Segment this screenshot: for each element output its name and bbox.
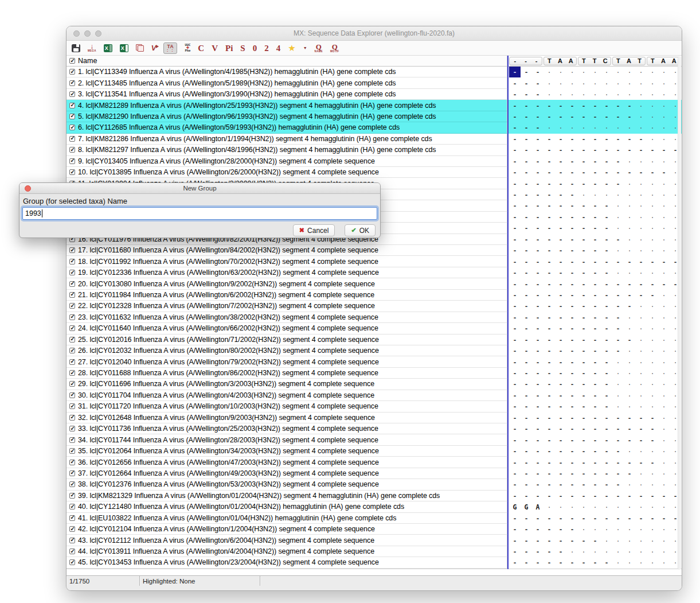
sequence-cell[interactable]: .	[658, 122, 670, 132]
sequence-cell[interactable]: -	[566, 356, 578, 367]
row-checkbox[interactable]	[69, 114, 75, 119]
sequence-cell[interactable]: .	[658, 468, 670, 478]
row-checkbox[interactable]	[69, 426, 75, 431]
singleton-sites-button[interactable]: S	[240, 41, 245, 55]
sequence-cell[interactable]: -	[543, 245, 555, 256]
sequence-cell[interactable]: -	[521, 457, 532, 468]
sequence-cell[interactable]: -	[647, 167, 658, 178]
sequence-cell[interactable]: -	[566, 513, 578, 524]
table-row[interactable]: 19. lcl|CY012336 Influenza A virus (A/We…	[67, 267, 682, 278]
row-checkbox[interactable]	[69, 147, 75, 153]
sequence-cell[interactable]: .	[658, 434, 670, 444]
sequence-cell[interactable]: -	[566, 479, 578, 490]
sequence-cell[interactable]: .	[624, 345, 635, 355]
sequence-cell[interactable]: -	[521, 479, 532, 490]
sequence-cell[interactable]: -	[612, 413, 624, 423]
table-row[interactable]: 17. lcl|CY011680 Influenza A virus (A/We…	[67, 245, 682, 256]
sequence-cell[interactable]: -	[566, 468, 578, 479]
sequence-cell[interactable]: -	[566, 134, 578, 145]
sequence-cell[interactable]: -	[589, 491, 601, 501]
minimize-window-button[interactable]	[84, 30, 91, 37]
sequence-cell[interactable]: .	[635, 379, 647, 388]
sequence-cell[interactable]: -	[658, 145, 670, 155]
row-checkbox[interactable]	[69, 504, 75, 509]
sequence-cell[interactable]: -	[532, 423, 543, 434]
sequence-cell[interactable]: -	[543, 134, 555, 145]
sequence-cell[interactable]: -	[566, 434, 578, 445]
sequence-cell[interactable]: -	[658, 256, 670, 267]
row-checkbox[interactable]	[69, 314, 75, 320]
sequence-cell[interactable]: -	[589, 223, 601, 234]
sequence-cell[interactable]: -	[589, 100, 601, 111]
sequence-cell[interactable]: -	[624, 334, 635, 345]
sequence-cell[interactable]: -	[578, 491, 589, 501]
sequence-cell[interactable]: -	[543, 401, 555, 412]
sequence-cell[interactable]: -	[555, 189, 566, 200]
highlight-flag-button[interactable]: V	[151, 41, 157, 55]
sequence-cell[interactable]: .	[578, 524, 589, 534]
table-row[interactable]: 6. lcl|CY112685 Influenza A virus (A/Wel…	[67, 122, 682, 133]
sequence-cell[interactable]: -	[566, 156, 578, 167]
sequence-cell[interactable]: -	[543, 178, 555, 189]
sequence-cell[interactable]: -	[543, 267, 555, 278]
sequence-cell[interactable]: -	[509, 323, 521, 334]
sequence-cell[interactable]: -	[578, 323, 589, 334]
sequence-cell[interactable]: -	[566, 413, 578, 423]
table-row[interactable]: 23. lcl|CY011632 Influenza A virus (A/We…	[67, 312, 682, 323]
sequence-cell[interactable]: -	[532, 524, 543, 535]
sequence-cell[interactable]: -	[509, 134, 521, 145]
sequence-cell[interactable]: -	[521, 468, 532, 479]
sequence-cell[interactable]: .	[601, 122, 612, 132]
sequence-cell[interactable]: .	[647, 334, 658, 344]
sequence-cell[interactable]: -	[601, 267, 612, 278]
row-checkbox[interactable]	[69, 259, 75, 264]
sequence-cell[interactable]: -	[601, 413, 612, 423]
sequence-cell[interactable]: .	[578, 122, 589, 132]
sequence-cell[interactable]: -	[612, 446, 624, 457]
sequence-cell[interactable]: -	[566, 368, 578, 379]
sequence-cell[interactable]: -	[543, 145, 555, 155]
sequence-cell[interactable]: -	[601, 256, 612, 267]
variable-sites-button[interactable]: V	[212, 41, 218, 55]
sequence-cell[interactable]: -	[555, 434, 566, 445]
sequence-cell[interactable]: .	[566, 77, 578, 87]
row-checkbox[interactable]	[69, 370, 75, 376]
sequence-cell[interactable]: -	[578, 479, 589, 490]
table-row[interactable]: 4. lcl|KM821289 Influenza A virus (A/Wel…	[67, 100, 682, 111]
sequence-cell[interactable]: -	[566, 345, 578, 356]
sequence-cell[interactable]: -	[589, 468, 601, 479]
sequence-cell[interactable]: .	[589, 77, 601, 87]
sequence-cell[interactable]: -	[578, 312, 589, 323]
sequence-cell[interactable]: .	[658, 401, 670, 411]
table-row[interactable]: 35. lcl|CY012064 Influenza A virus (A/We…	[67, 446, 682, 457]
sequence-cell[interactable]: -	[589, 557, 601, 568]
sequence-cell[interactable]: -	[555, 368, 566, 379]
row-checkbox[interactable]	[69, 359, 75, 365]
sequence-cell[interactable]: -	[521, 267, 532, 278]
sequence-cell[interactable]: -	[509, 100, 521, 111]
sequence-cell[interactable]: -	[578, 212, 589, 223]
sequence-cell[interactable]: -	[566, 256, 578, 267]
sequence-cell[interactable]: -	[543, 223, 555, 234]
sequence-cell[interactable]: .	[647, 223, 658, 232]
sequence-cell[interactable]: .	[543, 67, 555, 76]
save-button[interactable]	[72, 41, 80, 55]
sequence-cell[interactable]: .	[647, 234, 658, 244]
sequence-cell[interactable]: -	[509, 278, 521, 289]
sequence-cell[interactable]: -	[624, 413, 635, 423]
sequence-cell[interactable]: -	[543, 379, 555, 390]
sequence-cell[interactable]: .	[601, 501, 612, 511]
sequence-cell[interactable]: -	[601, 379, 612, 390]
sequence-cell[interactable]: .	[624, 390, 635, 400]
sequence-cell[interactable]: .	[658, 457, 670, 466]
sequence-cell[interactable]: -	[612, 468, 624, 479]
sequence-cell[interactable]: .	[658, 156, 670, 166]
sequence-cell[interactable]: -	[555, 524, 566, 535]
sequence-cell[interactable]: -	[612, 345, 624, 356]
sequence-cell[interactable]: -	[566, 100, 578, 111]
row-checkbox[interactable]	[69, 548, 75, 554]
sequence-cell[interactable]: -	[589, 134, 601, 145]
sequence-cell[interactable]: .	[647, 524, 658, 534]
sequence-cell[interactable]: -	[578, 513, 589, 524]
select-all-checkbox[interactable]	[69, 58, 75, 64]
